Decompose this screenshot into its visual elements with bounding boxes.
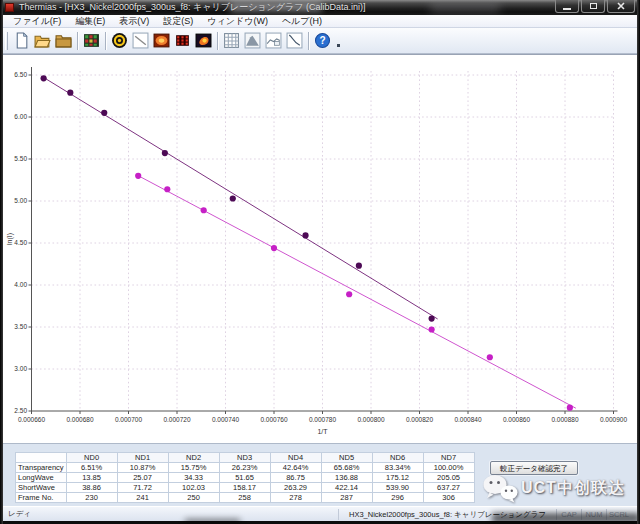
table-cell: 278 <box>270 493 321 503</box>
shortwave-data-point <box>429 316 435 322</box>
longwave-data-point <box>346 291 352 297</box>
calibration-data-panel: ND0ND1ND2ND3ND4ND5ND6ND7Transparency6.51… <box>3 443 637 506</box>
menu-window[interactable]: ウィンドウ(W) <box>200 15 275 28</box>
column-header-ND0: ND0 <box>66 453 117 463</box>
line-graph-button[interactable] <box>130 30 151 51</box>
x-tick-label: 0.000740 <box>212 416 239 423</box>
table-cell: 34.33 <box>168 473 219 483</box>
profile-chart-button[interactable] <box>263 30 284 51</box>
calibration-graph: 0.0006600.0006800.0007000.0007200.000740… <box>3 54 637 443</box>
shortwave-data-point <box>41 75 47 81</box>
y-tick-label: 5.00 <box>14 197 27 204</box>
shortwave-data-point <box>302 232 308 238</box>
toolbar-grip[interactable] <box>5 32 8 50</box>
target-icon <box>111 32 128 49</box>
new-file-button[interactable] <box>11 30 32 51</box>
menu-file[interactable]: ファイル(F) <box>6 15 68 28</box>
table-cell: 136.88 <box>321 473 372 483</box>
axes: 0.0006600.0006800.0007000.0007200.000740… <box>6 67 627 435</box>
histogram-button[interactable] <box>242 30 263 51</box>
grid-icon <box>223 32 240 49</box>
shortwave-data-point <box>162 150 168 156</box>
toolbar: ? <box>1 28 639 54</box>
blurred-highlight <box>430 1 500 13</box>
x-tick-label: 0.000820 <box>406 416 433 423</box>
table-row: LongWave13.8525.0734.3351.6586.75136.881… <box>16 473 475 483</box>
open-folder-icon <box>34 32 51 49</box>
table-cell: 205.05 <box>423 473 474 483</box>
open-folder-button[interactable] <box>32 30 53 51</box>
table-cell: 258 <box>219 493 270 503</box>
thermal-flame-icon <box>195 32 212 49</box>
row-label: ShortWave <box>16 483 67 493</box>
app-window: Thermias - [HX3_Nickel2000fps_300us_f8: … <box>0 0 640 524</box>
longwave-data-point <box>164 186 170 192</box>
menu-settings[interactable]: 設定(S) <box>156 15 200 28</box>
longwave-data-point <box>201 207 207 213</box>
shortwave-data-point <box>356 263 362 269</box>
grid-lines <box>32 71 614 411</box>
y-tick-label: 3.00 <box>14 365 27 372</box>
table-cell: 13.85 <box>66 473 117 483</box>
thermal-flame-button[interactable] <box>193 30 214 51</box>
close-icon <box>617 2 625 10</box>
decay-chart-button[interactable] <box>284 30 305 51</box>
minimize-button[interactable] <box>555 0 579 13</box>
column-header-ND1: ND1 <box>117 453 168 463</box>
status-ready-text: レディ <box>1 509 338 519</box>
grid-button[interactable] <box>221 30 242 51</box>
table-cell: 250 <box>168 493 219 503</box>
column-header-ND5: ND5 <box>321 453 372 463</box>
x-tick-label: 0.000700 <box>115 416 142 423</box>
x-tick-label: 0.000660 <box>18 416 45 423</box>
shadow-smudge <box>492 513 640 523</box>
shortwave-data-point <box>67 90 73 96</box>
target-button[interactable] <box>109 30 130 51</box>
title-bar: Thermias - [HX3_Nickel2000fps_300us_f8: … <box>0 0 640 15</box>
table-cell: 71.72 <box>117 483 168 493</box>
table-cell: 306 <box>423 493 474 503</box>
y-axis-label: ln(I) <box>6 233 14 245</box>
folder-button[interactable] <box>53 30 74 51</box>
table-cell: 241 <box>117 493 168 503</box>
maximize-button[interactable] <box>581 0 605 13</box>
y-tick-label: 5.50 <box>14 155 27 162</box>
table-cell: 42.64% <box>270 463 321 473</box>
calibration-chart-canvas: 0.0006600.0006800.0007000.0007200.000740… <box>3 55 637 444</box>
y-tick-label: 6.00 <box>14 113 27 120</box>
toolbar-separator <box>308 32 309 50</box>
close-button[interactable] <box>607 0 635 13</box>
y-tick-label: 6.50 <box>14 71 27 78</box>
longwave-data-point <box>271 245 277 251</box>
menu-bar: ファイル(F)編集(E)表示(V)設定(S)ウィンドウ(W)ヘルプ(H) <box>1 15 639 28</box>
longwave-data-point <box>567 405 573 411</box>
table-cell: 65.68% <box>321 463 372 473</box>
series-longwave <box>135 173 576 411</box>
sensor-grid-button[interactable] <box>81 30 102 51</box>
blurred-watermark <box>230 2 322 12</box>
menu-help[interactable]: ヘルプ(H) <box>275 15 329 28</box>
help-button[interactable]: ? <box>312 30 333 51</box>
column-header-ND3: ND3 <box>219 453 270 463</box>
menu-edit[interactable]: 編集(E) <box>68 15 112 28</box>
thermal-image-button[interactable] <box>151 30 172 51</box>
hot-pixel-grid-button[interactable] <box>172 30 193 51</box>
window-controls <box>553 0 635 13</box>
x-tick-label: 0.000860 <box>503 416 530 423</box>
x-tick-label: 0.000780 <box>309 416 336 423</box>
longwave-data-point <box>429 326 435 332</box>
table-cell: 637.27 <box>423 483 474 493</box>
table-cell: 25.07 <box>117 473 168 483</box>
y-tick-label: 3.50 <box>14 323 27 330</box>
column-header-ND6: ND6 <box>372 453 423 463</box>
row-label: Frame No. <box>16 493 67 503</box>
folder-icon <box>55 32 72 49</box>
shadow-smudge <box>185 519 240 524</box>
table-cell: 287 <box>321 493 372 503</box>
table-cell: 230 <box>66 493 117 503</box>
new-file-icon <box>13 32 30 49</box>
toolbar-overflow-button[interactable] <box>333 30 343 51</box>
x-tick-label: 0.000800 <box>357 416 384 423</box>
wechat-icon <box>482 473 518 503</box>
menu-view[interactable]: 表示(V) <box>112 15 156 28</box>
